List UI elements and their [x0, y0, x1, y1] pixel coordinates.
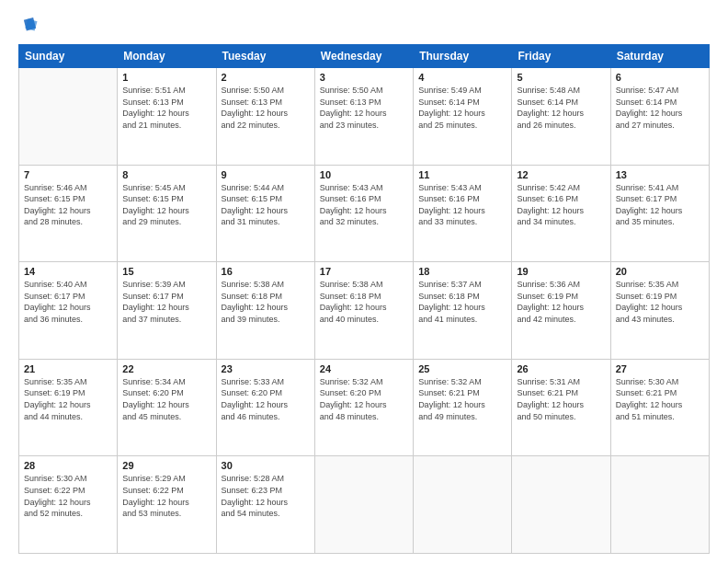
calendar-cell: 25Sunrise: 5:32 AM Sunset: 6:21 PM Dayli…: [414, 359, 512, 456]
day-number: 19: [517, 266, 605, 277]
calendar-cell: 20Sunrise: 5:35 AM Sunset: 6:19 PM Dayli…: [610, 262, 709, 360]
calendar-cell: 19Sunrise: 5:36 AM Sunset: 6:19 PM Dayli…: [512, 262, 610, 360]
day-number: 28: [24, 460, 112, 471]
day-number: 29: [122, 460, 210, 471]
day-number: 25: [418, 363, 506, 374]
day-number: 20: [616, 266, 704, 277]
logo-icon: [18, 15, 39, 35]
day-number: 23: [222, 363, 310, 374]
day-number: 2: [222, 72, 310, 83]
calendar-cell: 3Sunrise: 5:50 AM Sunset: 6:13 PM Daylig…: [314, 68, 413, 166]
day-number: 16: [222, 266, 310, 277]
calendar-cell: 28Sunrise: 5:30 AM Sunset: 6:22 PM Dayli…: [19, 456, 118, 554]
day-info: Sunrise: 5:50 AM Sunset: 6:13 PM Dayligh…: [320, 85, 408, 131]
day-number: 4: [418, 72, 506, 83]
day-info: Sunrise: 5:32 AM Sunset: 6:20 PM Dayligh…: [320, 376, 408, 422]
header: [18, 17, 710, 35]
day-info: Sunrise: 5:49 AM Sunset: 6:14 PM Dayligh…: [418, 85, 506, 131]
weekday-header-saturday: Saturday: [610, 45, 709, 68]
day-info: Sunrise: 5:34 AM Sunset: 6:20 PM Dayligh…: [122, 376, 210, 422]
calendar-cell: 17Sunrise: 5:38 AM Sunset: 6:18 PM Dayli…: [314, 262, 413, 360]
day-number: 11: [418, 169, 506, 180]
weekday-header-tuesday: Tuesday: [216, 45, 314, 68]
day-number: 10: [320, 169, 408, 180]
calendar-cell: 30Sunrise: 5:28 AM Sunset: 6:23 PM Dayli…: [216, 456, 314, 554]
day-number: 13: [616, 169, 704, 180]
day-number: 9: [222, 169, 310, 180]
day-number: 24: [320, 363, 408, 374]
calendar-cell: 21Sunrise: 5:35 AM Sunset: 6:19 PM Dayli…: [19, 359, 118, 456]
calendar-cell: [19, 68, 118, 166]
day-info: Sunrise: 5:30 AM Sunset: 6:22 PM Dayligh…: [24, 473, 112, 519]
day-number: 17: [320, 266, 408, 277]
calendar-cell: 13Sunrise: 5:41 AM Sunset: 6:17 PM Dayli…: [610, 165, 709, 262]
day-info: Sunrise: 5:50 AM Sunset: 6:13 PM Dayligh…: [222, 85, 310, 131]
calendar-cell: 6Sunrise: 5:47 AM Sunset: 6:14 PM Daylig…: [610, 68, 709, 166]
page: SundayMondayTuesdayWednesdayThursdayFrid…: [0, 0, 728, 563]
day-number: 26: [517, 363, 605, 374]
day-info: Sunrise: 5:45 AM Sunset: 6:15 PM Dayligh…: [122, 182, 210, 228]
calendar-cell: 4Sunrise: 5:49 AM Sunset: 6:14 PM Daylig…: [414, 68, 512, 166]
day-info: Sunrise: 5:41 AM Sunset: 6:17 PM Dayligh…: [616, 182, 704, 228]
calendar-cell: [414, 456, 512, 554]
week-row-2: 7Sunrise: 5:46 AM Sunset: 6:15 PM Daylig…: [19, 165, 710, 262]
calendar-cell: 2Sunrise: 5:50 AM Sunset: 6:13 PM Daylig…: [216, 68, 314, 166]
week-row-5: 28Sunrise: 5:30 AM Sunset: 6:22 PM Dayli…: [19, 456, 710, 554]
day-number: 7: [24, 169, 112, 180]
day-info: Sunrise: 5:37 AM Sunset: 6:18 PM Dayligh…: [418, 279, 506, 325]
day-info: Sunrise: 5:31 AM Sunset: 6:21 PM Dayligh…: [517, 376, 605, 422]
week-row-3: 14Sunrise: 5:40 AM Sunset: 6:17 PM Dayli…: [19, 262, 710, 360]
calendar-cell: 22Sunrise: 5:34 AM Sunset: 6:20 PM Dayli…: [118, 359, 216, 456]
calendar-cell: 9Sunrise: 5:44 AM Sunset: 6:15 PM Daylig…: [216, 165, 314, 262]
day-info: Sunrise: 5:44 AM Sunset: 6:15 PM Dayligh…: [222, 182, 310, 228]
calendar-cell: [314, 456, 413, 554]
calendar-cell: 12Sunrise: 5:42 AM Sunset: 6:16 PM Dayli…: [512, 165, 610, 262]
calendar-cell: 8Sunrise: 5:45 AM Sunset: 6:15 PM Daylig…: [118, 165, 216, 262]
day-info: Sunrise: 5:38 AM Sunset: 6:18 PM Dayligh…: [222, 279, 310, 325]
weekday-header-thursday: Thursday: [414, 45, 512, 68]
day-info: Sunrise: 5:29 AM Sunset: 6:22 PM Dayligh…: [122, 473, 210, 519]
day-info: Sunrise: 5:33 AM Sunset: 6:20 PM Dayligh…: [222, 376, 310, 422]
logo: [18, 17, 42, 35]
calendar-cell: 26Sunrise: 5:31 AM Sunset: 6:21 PM Dayli…: [512, 359, 610, 456]
day-number: 3: [320, 72, 408, 83]
day-info: Sunrise: 5:42 AM Sunset: 6:16 PM Dayligh…: [517, 182, 605, 228]
calendar-cell: 24Sunrise: 5:32 AM Sunset: 6:20 PM Dayli…: [314, 359, 413, 456]
weekday-header-wednesday: Wednesday: [314, 45, 413, 68]
day-info: Sunrise: 5:32 AM Sunset: 6:21 PM Dayligh…: [418, 376, 506, 422]
calendar-cell: 14Sunrise: 5:40 AM Sunset: 6:17 PM Dayli…: [19, 262, 118, 360]
day-info: Sunrise: 5:39 AM Sunset: 6:17 PM Dayligh…: [122, 279, 210, 325]
day-info: Sunrise: 5:35 AM Sunset: 6:19 PM Dayligh…: [616, 279, 704, 325]
day-number: 27: [616, 363, 704, 374]
day-number: 15: [122, 266, 210, 277]
day-info: Sunrise: 5:46 AM Sunset: 6:15 PM Dayligh…: [24, 182, 112, 228]
day-info: Sunrise: 5:36 AM Sunset: 6:19 PM Dayligh…: [517, 279, 605, 325]
day-number: 18: [418, 266, 506, 277]
day-number: 8: [122, 169, 210, 180]
calendar-cell: [610, 456, 709, 554]
day-number: 14: [24, 266, 112, 277]
calendar-cell: [512, 456, 610, 554]
week-row-1: 1Sunrise: 5:51 AM Sunset: 6:13 PM Daylig…: [19, 68, 710, 166]
day-info: Sunrise: 5:51 AM Sunset: 6:13 PM Dayligh…: [122, 85, 210, 131]
day-info: Sunrise: 5:47 AM Sunset: 6:14 PM Dayligh…: [616, 85, 704, 131]
day-info: Sunrise: 5:48 AM Sunset: 6:14 PM Dayligh…: [517, 85, 605, 131]
calendar-cell: 7Sunrise: 5:46 AM Sunset: 6:15 PM Daylig…: [19, 165, 118, 262]
calendar-cell: 23Sunrise: 5:33 AM Sunset: 6:20 PM Dayli…: [216, 359, 314, 456]
day-info: Sunrise: 5:40 AM Sunset: 6:17 PM Dayligh…: [24, 279, 112, 325]
weekday-header-sunday: Sunday: [19, 45, 118, 68]
calendar-table: SundayMondayTuesdayWednesdayThursdayFrid…: [18, 44, 710, 554]
day-number: 22: [122, 363, 210, 374]
calendar-cell: 27Sunrise: 5:30 AM Sunset: 6:21 PM Dayli…: [610, 359, 709, 456]
calendar-cell: 11Sunrise: 5:43 AM Sunset: 6:16 PM Dayli…: [414, 165, 512, 262]
day-number: 6: [616, 72, 704, 83]
day-number: 21: [24, 363, 112, 374]
calendar-cell: 1Sunrise: 5:51 AM Sunset: 6:13 PM Daylig…: [118, 68, 216, 166]
day-info: Sunrise: 5:43 AM Sunset: 6:16 PM Dayligh…: [320, 182, 408, 228]
day-number: 5: [517, 72, 605, 83]
calendar-cell: 15Sunrise: 5:39 AM Sunset: 6:17 PM Dayli…: [118, 262, 216, 360]
calendar-cell: 5Sunrise: 5:48 AM Sunset: 6:14 PM Daylig…: [512, 68, 610, 166]
day-info: Sunrise: 5:43 AM Sunset: 6:16 PM Dayligh…: [418, 182, 506, 228]
week-row-4: 21Sunrise: 5:35 AM Sunset: 6:19 PM Dayli…: [19, 359, 710, 456]
calendar-cell: 10Sunrise: 5:43 AM Sunset: 6:16 PM Dayli…: [314, 165, 413, 262]
